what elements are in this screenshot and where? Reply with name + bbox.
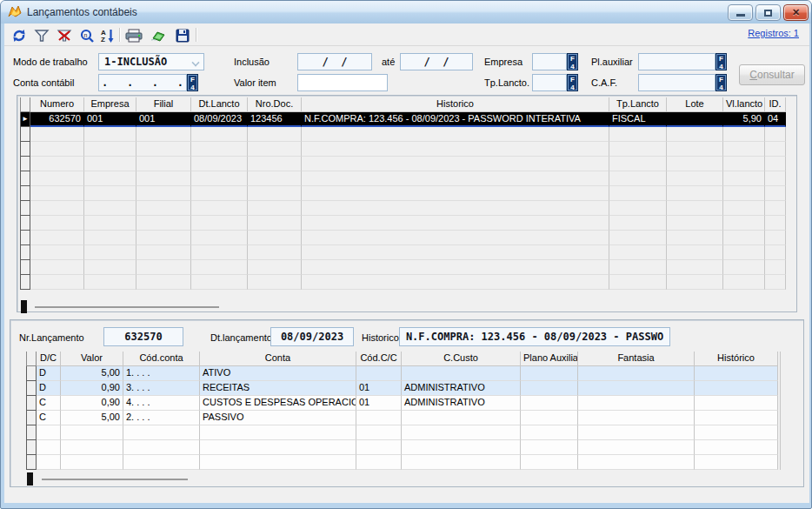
grid-cell[interactable]: [765, 186, 786, 201]
grid-cell[interactable]: 001: [136, 112, 191, 127]
empresa-field[interactable]: [532, 53, 567, 70]
grid-cell[interactable]: [723, 127, 765, 142]
grid-cell[interactable]: [136, 275, 191, 290]
grid-cell[interactable]: [200, 425, 356, 440]
caf-f4-button[interactable]: F 4: [715, 74, 727, 91]
grid-cell[interactable]: [765, 157, 786, 171]
detail-grid-vscroll-track[interactable]: [780, 352, 789, 470]
grid-cell[interactable]: N.F.COMPRA: 123.456 - 08/09/2023 - PASSW…: [302, 112, 609, 127]
grid-cell[interactable]: [30, 260, 84, 275]
table-row[interactable]: D0,903. . . .RECEITAS01ADMINISTRATIVO: [26, 381, 789, 396]
grid-cell[interactable]: [248, 275, 302, 290]
grid-cell[interactable]: [521, 381, 578, 396]
grid-cell[interactable]: ADMINISTRATIVO: [402, 396, 521, 411]
grid-cell[interactable]: [30, 186, 84, 201]
modo-de-trabalho-combo[interactable]: 1-INCLUSÃO: [98, 53, 204, 70]
grid-cell[interactable]: [84, 260, 136, 275]
grid-cell[interactable]: 5,00: [61, 366, 123, 381]
grid-cell[interactable]: [765, 245, 786, 260]
grid-cell[interactable]: 2. . . .: [123, 411, 200, 425]
historico-field[interactable]: N.F.COMPRA: 123.456 - 08/09/2023 - PASSW…: [399, 327, 670, 346]
grid-cell[interactable]: [84, 216, 136, 231]
grid-cell[interactable]: [578, 396, 695, 411]
row-selector[interactable]: [26, 455, 37, 470]
grid-cell[interactable]: [402, 411, 521, 425]
grid-cell[interactable]: [302, 231, 609, 245]
row-selector[interactable]: [20, 201, 30, 216]
grid-cell[interactable]: D: [37, 381, 61, 396]
grid-cell[interactable]: [136, 260, 191, 275]
grid-cell[interactable]: [248, 127, 302, 142]
empty-row[interactable]: [26, 455, 789, 470]
grid-cell[interactable]: [123, 425, 200, 440]
grid-cell[interactable]: [578, 440, 695, 455]
grid-cell[interactable]: [723, 201, 765, 216]
inclusao-from-field[interactable]: / /: [297, 53, 372, 70]
grid-cell[interactable]: [37, 440, 61, 455]
refresh-button[interactable]: [10, 26, 29, 45]
grid-cell[interactable]: [765, 127, 786, 142]
table-row[interactable]: C5,002. . . .PASSIVO: [26, 411, 789, 425]
grid-cell[interactable]: 5,00: [61, 411, 123, 425]
grid-cell[interactable]: 01: [356, 381, 402, 396]
grid-cell[interactable]: [248, 216, 302, 231]
grid-cell[interactable]: [667, 127, 723, 142]
main-grid-hscroll-thumb[interactable]: [21, 300, 27, 313]
grid-cell[interactable]: [723, 260, 765, 275]
grid-cell[interactable]: [402, 440, 521, 455]
nr-lancamento-field[interactable]: 632570: [103, 327, 183, 346]
grid-cell[interactable]: [191, 216, 248, 231]
grid-cell[interactable]: 632570: [30, 112, 84, 127]
grid-cell[interactable]: [667, 260, 723, 275]
grid-cell[interactable]: [248, 186, 302, 201]
grid-cell[interactable]: 5,90: [723, 112, 765, 127]
row-selector[interactable]: [20, 157, 30, 171]
grid-cell[interactable]: [723, 245, 765, 260]
tp-lancto-field[interactable]: [532, 74, 567, 91]
empty-row[interactable]: [20, 231, 787, 245]
table-row[interactable]: D5,001. . . .ATIVO: [26, 366, 789, 381]
grid-cell[interactable]: [248, 157, 302, 171]
grid-cell[interactable]: [191, 231, 248, 245]
grid-cell[interactable]: [667, 186, 723, 201]
grid-cell[interactable]: [302, 186, 609, 201]
grid-cell[interactable]: [723, 171, 765, 186]
grid-cell[interactable]: [61, 455, 123, 470]
detail-grid-hscroll-bar[interactable]: [42, 479, 188, 480]
grid-cell[interactable]: [667, 157, 723, 171]
row-selector[interactable]: [20, 127, 30, 142]
grid-cell[interactable]: [695, 425, 778, 440]
conta-contabil-f4-button[interactable]: F 4: [187, 74, 198, 91]
grid-cell[interactable]: [200, 440, 356, 455]
grid-cell[interactable]: [667, 112, 723, 127]
grid-cell[interactable]: [191, 157, 248, 171]
empty-row[interactable]: [20, 186, 787, 201]
grid-cell[interactable]: [609, 275, 667, 290]
grid-cell[interactable]: [521, 455, 578, 470]
grid-cell[interactable]: 3. . . .: [123, 381, 200, 396]
grid-cell[interactable]: [191, 171, 248, 186]
empty-row[interactable]: [20, 157, 787, 171]
main-grid[interactable]: NumeroEmpresaFilialDt.LanctoNro.Doc.Hist…: [20, 97, 787, 290]
empty-row[interactable]: [26, 425, 789, 440]
maximize-button[interactable]: [755, 4, 781, 21]
detail-grid-hscroll-thumb[interactable]: [27, 472, 33, 486]
grid-cell[interactable]: [302, 245, 609, 260]
grid-cell[interactable]: [356, 366, 402, 381]
empty-row[interactable]: [20, 260, 787, 275]
grid-cell[interactable]: [302, 157, 609, 171]
grid-cell[interactable]: [609, 231, 667, 245]
grid-cell[interactable]: [302, 201, 609, 216]
grid-cell[interactable]: 0,90: [61, 381, 123, 396]
row-selector[interactable]: [20, 186, 30, 201]
valor-item-field[interactable]: [297, 74, 388, 91]
grid-cell[interactable]: [61, 425, 123, 440]
close-button[interactable]: ✕: [783, 4, 809, 21]
grid-cell[interactable]: [302, 260, 609, 275]
grid-cell[interactable]: [136, 171, 191, 186]
row-selector[interactable]: [20, 142, 30, 157]
grid-cell[interactable]: [667, 201, 723, 216]
grid-cell[interactable]: [248, 231, 302, 245]
grid-cell[interactable]: 04: [765, 112, 786, 127]
grid-cell[interactable]: [84, 231, 136, 245]
